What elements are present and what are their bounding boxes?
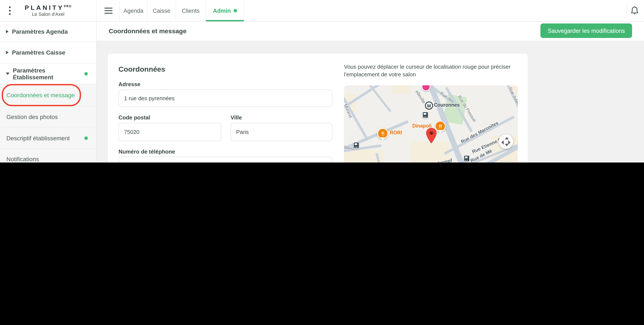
map-zoom-control: + −	[501, 162, 512, 163]
sidebar-item-parametres-agenda[interactable]: Paramètres Agenda	[0, 21, 96, 42]
logo-pro-sup: PRO	[64, 5, 72, 8]
city-field[interactable]	[230, 123, 332, 141]
active-tab-underline	[206, 20, 244, 21]
notifications-bell-icon[interactable]	[630, 6, 639, 15]
planity-admin-page: PLANITYPRO Le Salon d'Axel Agenda Caisse…	[0, 0, 644, 163]
arrow-right-icon	[508, 140, 510, 145]
admin-notification-dot	[233, 9, 237, 12]
postal-code-label: Code postal	[118, 114, 150, 121]
coordinates-card: Coordonnées Adresse Code postal Ville Nu…	[108, 54, 528, 163]
arrow-left-icon	[501, 140, 504, 145]
sidebar-item-notifications[interactable]: Notifications	[0, 149, 96, 163]
phone-placeholder: Entrez votre numéro de téléphone	[142, 162, 226, 163]
main-tabs: Agenda Caisse Clients Admin	[119, 0, 244, 21]
street-label: elleville	[414, 89, 427, 105]
chevron-right-icon	[6, 51, 8, 54]
salon-name: Le Salon d'Axel	[0, 12, 96, 17]
status-dot	[84, 136, 88, 140]
top-bar: PLANITYPRO Le Salon d'Axel Agenda Caisse…	[0, 0, 644, 22]
pink-poi-icon[interactable]	[422, 85, 430, 91]
metro-icon: M	[425, 102, 433, 110]
address-label: Adresse	[118, 81, 140, 87]
page-title: Coordonnées et message	[109, 27, 186, 35]
page-header: Coordonnées et message Sauvegarder les m…	[97, 21, 644, 41]
planity-logo: PLANITYPRO	[0, 4, 96, 11]
location-pin-icon[interactable]	[426, 128, 437, 144]
map-pan-control[interactable]	[499, 134, 513, 149]
google-map-canvas[interactable]: elleville Rue des Rue du Pressoir Rue Ju…	[344, 85, 518, 163]
zoom-in-button[interactable]: +	[501, 162, 512, 163]
sidebar-item-parametres-etablissement[interactable]: Paramètres Établissement	[0, 64, 96, 85]
postal-code-field[interactable]	[118, 123, 221, 141]
chevron-down-icon	[6, 73, 10, 75]
map-street	[369, 85, 392, 112]
sidebar-item-descriptif-etablissement[interactable]: Descriptif établissement	[0, 128, 96, 149]
map-hint-text: Vous pouvez déplacer le curseur de local…	[344, 63, 519, 79]
settings-sidebar: Paramètres Agenda Paramètres Caisse Para…	[0, 21, 97, 163]
bus-stop-icon	[464, 155, 470, 162]
brand-block: PLANITYPRO Le Salon d'Axel	[0, 0, 97, 21]
arrow-up-icon	[505, 137, 509, 139]
status-dot	[84, 72, 88, 76]
sidebar-item-gestion-des-photos[interactable]: Gestion des photos	[0, 106, 96, 128]
bus-stop-icon	[353, 142, 359, 148]
save-button[interactable]: Sauvegarder les modifications	[540, 24, 632, 38]
sidebar-item-coordonnees-et-message[interactable]: Coordonnées et message	[0, 85, 96, 106]
phone-label: Numéro de téléphone	[118, 148, 175, 155]
metro-station-label: Couronnes	[434, 102, 460, 108]
chevron-right-icon	[6, 30, 8, 33]
restaurant-poi-icon[interactable]	[377, 128, 388, 139]
hamburger-menu-icon[interactable]	[104, 8, 112, 14]
phone-field[interactable]: Entrez votre numéro de téléphone	[118, 157, 332, 163]
poi-label: RORI	[390, 130, 402, 135]
sidebar-item-parametres-caisse[interactable]: Paramètres Caisse	[0, 42, 96, 64]
tab-caisse[interactable]: Caisse	[147, 0, 176, 21]
topbar-divider	[626, 3, 627, 19]
tab-admin[interactable]: Admin	[206, 0, 244, 21]
map-block	[392, 85, 411, 94]
bus-stop-icon	[422, 112, 428, 118]
tab-clients[interactable]: Clients	[176, 0, 206, 21]
address-field[interactable]	[118, 90, 332, 107]
city-label: Ville	[230, 114, 242, 121]
card-title: Coordonnées	[118, 65, 165, 74]
tab-agenda[interactable]: Agenda	[119, 0, 147, 21]
